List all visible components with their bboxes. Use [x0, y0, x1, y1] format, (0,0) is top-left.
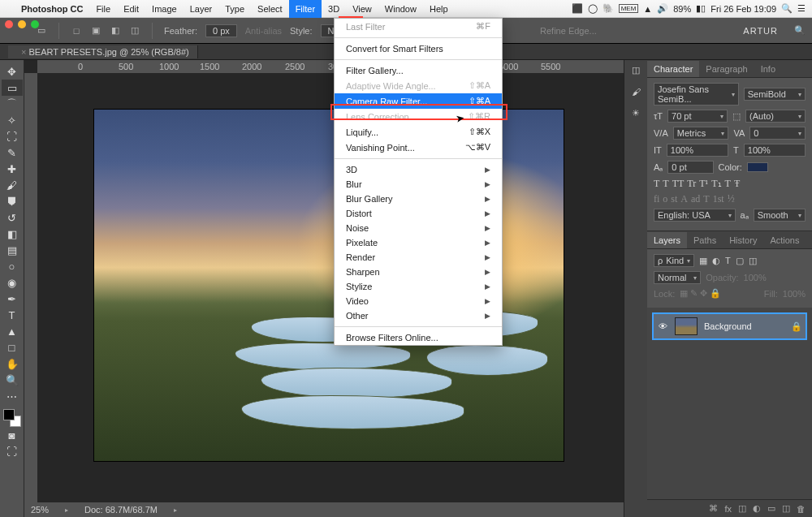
menu-stylize-sub[interactable]: Stylize: [335, 279, 502, 294]
layer-thumbnail[interactable]: [675, 317, 698, 335]
dropbox-icon[interactable]: ⬛: [572, 3, 583, 14]
zoom-tool[interactable]: 🔍: [2, 372, 23, 388]
move-tool[interactable]: ✥: [2, 63, 23, 80]
adjustment-layer-icon[interactable]: ◐: [753, 503, 761, 514]
spotlight-icon[interactable]: 🔍: [781, 3, 793, 14]
menu-view[interactable]: View: [346, 0, 378, 18]
menu-browse-filters-online[interactable]: Browse Filters Online...: [335, 330, 502, 345]
faux-bold-button[interactable]: T: [654, 178, 659, 190]
tab-close-icon[interactable]: ×: [21, 47, 26, 57]
layer-fx-icon[interactable]: fx: [724, 504, 732, 514]
color-swatches[interactable]: [3, 409, 21, 427]
close-window-icon[interactable]: [5, 20, 13, 28]
new-layer-icon[interactable]: ◫: [782, 503, 790, 514]
tab-history[interactable]: History: [723, 232, 763, 248]
language-select[interactable]: English: USA▾: [654, 209, 736, 222]
app-name[interactable]: Photoshop CC: [15, 0, 89, 18]
tab-character[interactable]: Character: [647, 61, 699, 77]
notification-icon[interactable]: ☰: [797, 3, 806, 14]
mem-icon[interactable]: MEM: [619, 4, 639, 13]
dodge-tool[interactable]: ◉: [2, 274, 23, 291]
adjustments-panel-icon[interactable]: ☀: [632, 108, 640, 118]
layer-name[interactable]: Background: [704, 321, 752, 331]
blur-tool[interactable]: ○: [2, 258, 23, 274]
filter-kind-select[interactable]: ρKind▾: [654, 254, 694, 267]
evernote-icon[interactable]: 🐘: [603, 3, 614, 14]
eraser-tool[interactable]: ◧: [2, 226, 23, 242]
menu-edit[interactable]: Edit: [117, 0, 145, 18]
menu-convert-smart[interactable]: Convert for Smart Filters: [335, 41, 502, 56]
text-color-swatch[interactable]: [747, 162, 768, 172]
menu-select[interactable]: Select: [251, 0, 289, 18]
filter-shape-icon[interactable]: ▢: [736, 256, 744, 266]
eyedropper-tool[interactable]: ✎: [2, 144, 23, 161]
font-size-input[interactable]: 70 pt▾: [667, 110, 728, 123]
menu-file[interactable]: File: [89, 0, 117, 18]
intersect-selection-icon[interactable]: ◫: [129, 25, 140, 37]
clone-stamp-tool[interactable]: ⛊: [2, 193, 23, 209]
anti-alias-select[interactable]: Smooth▾: [754, 209, 806, 222]
font-weight-select[interactable]: SemiBold▾: [744, 88, 806, 101]
subtract-selection-icon[interactable]: ◧: [110, 25, 121, 37]
allcaps-button[interactable]: TT: [672, 178, 685, 190]
delete-layer-icon[interactable]: 🗑: [797, 504, 806, 514]
menu-image[interactable]: Image: [145, 0, 184, 18]
menu-sharpen-sub[interactable]: Sharpen: [335, 265, 502, 279]
filter-smart-icon[interactable]: ◫: [749, 256, 757, 266]
history-brush-tool[interactable]: ↺: [2, 209, 23, 226]
layer-row-background[interactable]: 👁 Background 🔒: [652, 312, 807, 340]
hand-tool[interactable]: ✋: [2, 355, 23, 372]
brush-panel-icon[interactable]: 🖌: [632, 87, 641, 97]
healing-brush-tool[interactable]: ✚: [2, 161, 23, 177]
tracking-input[interactable]: 0▾: [749, 127, 806, 140]
menu-help[interactable]: Help: [423, 0, 455, 18]
subscript-button[interactable]: T₁: [711, 178, 721, 190]
minimize-window-icon[interactable]: [18, 20, 26, 28]
tab-layers[interactable]: Layers: [647, 232, 687, 248]
menu-other-sub[interactable]: Other: [335, 308, 502, 323]
kerning-select[interactable]: Metrics▾: [673, 127, 729, 140]
tab-info[interactable]: Info: [754, 61, 782, 77]
canvas-area[interactable]: 0 500 1000 1500 2000 2500 3000 3500 4000…: [24, 60, 624, 517]
workspace-name[interactable]: ARTUR: [743, 26, 778, 36]
marquee-tool[interactable]: ▭: [2, 80, 23, 96]
zoom-window-icon[interactable]: [31, 20, 39, 28]
filter-pixel-icon[interactable]: ▦: [699, 256, 707, 266]
filter-type-icon[interactable]: T: [725, 256, 731, 265]
color-panel-icon[interactable]: ◫: [632, 65, 640, 75]
crop-tool[interactable]: ⛶: [2, 128, 23, 144]
pen-tool[interactable]: ✒: [2, 291, 23, 307]
screen-mode-toggle[interactable]: ⛶: [2, 443, 23, 459]
visibility-toggle-icon[interactable]: 👁: [657, 321, 668, 331]
menu-filter[interactable]: Filter: [289, 0, 322, 18]
battery-icon[interactable]: ▮▯: [696, 3, 706, 14]
tab-paragraph[interactable]: Paragraph: [699, 61, 754, 77]
type-tool[interactable]: T: [2, 307, 23, 323]
faux-italic-button[interactable]: T: [663, 178, 668, 190]
menu-window[interactable]: Window: [378, 0, 423, 18]
link-layers-icon[interactable]: ⌘: [709, 503, 718, 514]
brush-tool[interactable]: 🖌: [2, 177, 23, 193]
cc-icon[interactable]: ◯: [588, 3, 598, 14]
menu-video-sub[interactable]: Video: [335, 294, 502, 308]
hscale-input[interactable]: 100%: [744, 144, 806, 157]
mask-icon[interactable]: ◫: [738, 503, 746, 514]
wifi-icon[interactable]: ▲: [643, 4, 652, 14]
menu-type[interactable]: Type: [218, 0, 251, 18]
menu-layer[interactable]: Layer: [184, 0, 219, 18]
menu-3d-sub[interactable]: 3D: [335, 162, 502, 177]
menu-adaptive-wide-angle[interactable]: Adaptive Wide Angle...⇧⌘A: [335, 78, 502, 93]
menu-render-sub[interactable]: Render: [335, 250, 502, 265]
menu-pixelate-sub[interactable]: Pixelate: [335, 235, 502, 250]
new-selection-icon[interactable]: □: [71, 25, 82, 37]
edit-toolbar[interactable]: ⋯: [2, 388, 23, 404]
superscript-button[interactable]: T¹: [699, 178, 708, 190]
menu-lens-correction[interactable]: Lens Correction...⇧⌘R: [335, 109, 502, 124]
menu-noise-sub[interactable]: Noise: [335, 221, 502, 235]
strikethrough-button[interactable]: Ŧ: [734, 178, 740, 190]
doc-info[interactable]: Doc: 68.7M/68.7M: [84, 505, 158, 515]
zoom-level[interactable]: 25%: [31, 505, 49, 515]
magic-wand-tool[interactable]: ✧: [2, 112, 23, 128]
lasso-tool[interactable]: ⌒: [2, 96, 23, 112]
menu-blur-sub[interactable]: Blur: [335, 177, 502, 192]
